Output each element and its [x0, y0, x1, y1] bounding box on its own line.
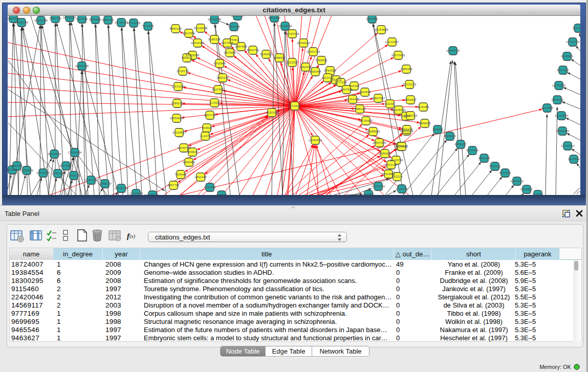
svg-text:8813054: 8813054: [268, 16, 280, 19]
svg-text:14055724: 14055724: [15, 21, 29, 24]
svg-text:8186328: 8186328: [208, 38, 221, 41]
svg-text:15692901: 15692901: [556, 129, 570, 133]
svg-text:9857791: 9857791: [167, 184, 180, 187]
svg-text:9329966: 9329966: [561, 55, 573, 58]
svg-text:9084067: 9084067: [379, 152, 391, 155]
svg-text:8960124: 8960124: [169, 27, 182, 30]
svg-text:2967608: 2967608: [235, 45, 247, 48]
svg-text:53226058: 53226058: [194, 27, 208, 30]
svg-text:2043779: 2043779: [49, 17, 61, 20]
svg-text:6497568: 6497568: [340, 88, 353, 91]
svg-text:252214: 252214: [392, 175, 403, 178]
svg-text:1733426: 1733426: [396, 187, 408, 190]
svg-text:75461: 75461: [230, 38, 239, 41]
svg-text:5322037: 5322037: [286, 61, 298, 64]
svg-text:2803144: 2803144: [216, 76, 229, 79]
svg-text:12375125: 12375125: [403, 83, 417, 86]
svg-text:9245652: 9245652: [520, 188, 533, 191]
svg-text:21364436: 21364436: [346, 98, 360, 101]
svg-text:6794028: 6794028: [324, 69, 336, 72]
svg-text:7986322: 7986322: [354, 107, 366, 111]
svg-text:989612: 989612: [182, 56, 192, 59]
svg-text:553594: 553594: [202, 126, 212, 129]
svg-text:16713155: 16713155: [127, 21, 141, 25]
svg-text:20691406: 20691406: [34, 19, 48, 22]
svg-text:20206556: 20206556: [48, 152, 61, 156]
svg-text:1615132: 1615132: [385, 163, 397, 166]
svg-text:6466160: 6466160: [89, 18, 101, 21]
svg-text:12505135: 12505135: [67, 174, 81, 177]
svg-text:1145194: 1145194: [52, 172, 64, 175]
svg-text:8427552: 8427552: [212, 88, 224, 91]
svg-text:16033809: 16033809: [208, 18, 222, 21]
svg-text:10688609: 10688609: [366, 130, 380, 133]
svg-text:3875685: 3875685: [224, 51, 236, 54]
svg-text:10807487: 10807487: [372, 97, 385, 100]
svg-text:164095: 164095: [432, 128, 443, 131]
svg-text:3267130: 3267130: [204, 114, 216, 117]
svg-text:18807249: 18807249: [373, 141, 386, 144]
svg-text:12093822: 12093822: [552, 84, 566, 87]
svg-text:746266: 746266: [349, 84, 360, 87]
svg-text:1167534: 1167534: [568, 158, 580, 161]
svg-text:8471676: 8471676: [499, 171, 511, 174]
svg-text:9777169: 9777169: [335, 81, 347, 84]
svg-text:12325419: 12325419: [286, 32, 299, 35]
svg-text:1527602: 1527602: [76, 17, 88, 20]
svg-text:17957253: 17957253: [84, 179, 98, 182]
svg-text:12942737: 12942737: [36, 171, 50, 174]
svg-text:417006: 417006: [209, 101, 220, 104]
svg-text:15751074: 15751074: [566, 40, 580, 43]
svg-text:16848784: 16848784: [446, 49, 460, 52]
svg-text:16782759: 16782759: [115, 187, 128, 190]
svg-text:1075692: 1075692: [396, 145, 408, 148]
svg-text:8131054: 8131054: [231, 16, 244, 17]
svg-text:15720407: 15720407: [359, 119, 373, 122]
svg-text:17016514: 17016514: [561, 144, 575, 147]
svg-text:(x): (x): [129, 233, 136, 239]
svg-text:7632621: 7632621: [489, 165, 501, 168]
svg-text:1086073: 1086073: [171, 102, 183, 105]
svg-text:869822: 869822: [187, 150, 198, 154]
svg-text:12213369: 12213369: [171, 85, 185, 88]
svg-text:3215958: 3215958: [541, 106, 553, 110]
svg-text:9474444: 9474444: [466, 149, 478, 152]
svg-text:9899695: 9899695: [419, 122, 431, 125]
svg-text:9227342: 9227342: [557, 69, 569, 72]
svg-text:10653267: 10653267: [63, 16, 77, 19]
svg-text:16154808: 16154808: [375, 28, 388, 31]
svg-text:1362615: 1362615: [299, 65, 312, 69]
svg-text:1588520: 1588520: [273, 56, 286, 59]
svg-text:19166827: 19166827: [172, 131, 186, 134]
svg-text:9115460: 9115460: [418, 105, 430, 108]
svg-text:9463627: 9463627: [404, 98, 417, 101]
svg-text:12213967: 12213967: [385, 40, 399, 43]
svg-text:16543382: 16543382: [191, 41, 205, 45]
svg-text:7625402: 7625402: [175, 173, 187, 176]
svg-text:391541: 391541: [8, 168, 18, 171]
svg-text:2935114: 2935114: [478, 157, 491, 160]
svg-text:1117505: 1117505: [573, 27, 580, 30]
svg-text:10654112: 10654112: [510, 180, 524, 183]
svg-text:10973493: 10973493: [391, 54, 405, 57]
svg-text:6466161: 6466161: [102, 18, 114, 21]
svg-text:7955812: 7955812: [315, 59, 328, 62]
svg-text:1716485: 1716485: [204, 186, 216, 189]
svg-text:1244419: 1244419: [551, 98, 563, 101]
svg-text:62160: 62160: [386, 102, 395, 105]
svg-text:30975867: 30975867: [59, 164, 73, 167]
svg-text:212075: 212075: [200, 135, 211, 138]
svg-text:1905334: 1905334: [8, 17, 19, 20]
svg-text:11156829: 11156829: [20, 169, 33, 172]
svg-text:2330205: 2330205: [266, 111, 278, 114]
svg-text:9146821: 9146821: [260, 53, 272, 56]
svg-text:8938923: 8938923: [444, 135, 456, 138]
svg-text:1350511: 1350511: [11, 164, 24, 167]
svg-text:7485063: 7485063: [400, 68, 412, 71]
svg-text:9327508: 9327508: [221, 41, 233, 45]
svg-text:16120746: 16120746: [389, 159, 403, 162]
svg-text:2687682: 2687682: [366, 17, 378, 20]
svg-text:7357224: 7357224: [228, 25, 240, 28]
svg-text:1965432: 1965432: [401, 128, 413, 131]
svg-text:6879197: 6879197: [454, 143, 467, 146]
